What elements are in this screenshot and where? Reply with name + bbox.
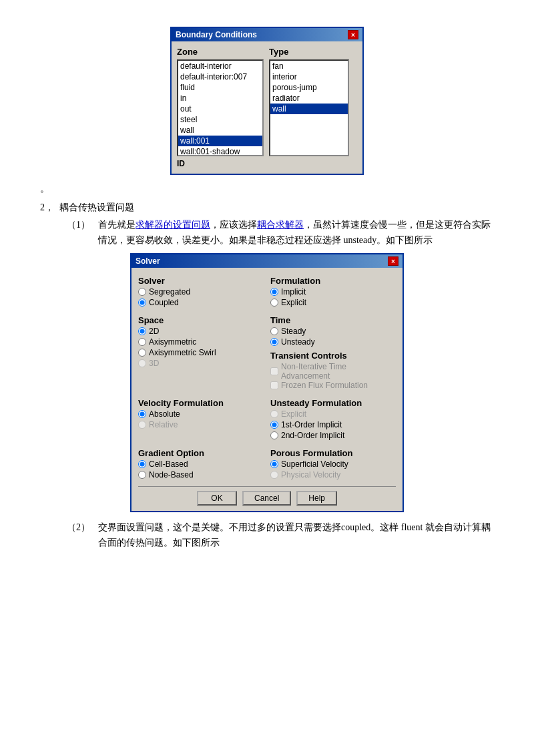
solver-title: Solver [136, 256, 160, 266]
transient-label: Transient Controls [270, 351, 396, 361]
space-axisymmetric-swirl[interactable]: Axisymmetric Swirl [138, 348, 264, 357]
solver-segregated[interactable]: Segregated [138, 287, 264, 297]
unsteady-explicit: Explicit [270, 409, 396, 419]
porous-physical-label: Physical Velocity [281, 470, 340, 480]
formulation-explicit-label: Explicit [281, 298, 306, 307]
porous-physical: Physical Velocity [270, 470, 396, 480]
time-unsteady[interactable]: Unsteady [270, 337, 396, 347]
transient-option1-label: Non-Iterative Time Advancement [281, 362, 396, 381]
sub1-text-mid: ，应该选择 [210, 220, 257, 230]
unsteady-radio-group: Explicit 1st-Order Implicit 2nd-Order Im… [270, 409, 396, 440]
space-3d: 3D [138, 359, 264, 368]
transient-option1: Non-Iterative Time Advancement [270, 362, 396, 381]
sub-section-text: 首先就是求解器的设置问题，应该选择耦合求解器，虽然计算速度会慢一些，但是这更符合… [98, 218, 494, 248]
gradient-radio-group: Cell-Based Node-Based [138, 459, 264, 480]
gradient-node-based-label: Node-Based [149, 470, 194, 480]
list-item[interactable]: radiator [270, 93, 348, 104]
velocity-absolute-label: Absolute [149, 409, 180, 419]
list-item[interactable]: wall [178, 125, 262, 136]
dot-text: 。 [40, 183, 494, 195]
formulation-implicit-label: Implicit [281, 287, 306, 297]
transient-option2: Frozen Flux Formulation [270, 381, 396, 390]
list-item[interactable]: fluid [178, 82, 262, 93]
solver-ok-button[interactable]: OK [197, 491, 237, 506]
list-item[interactable]: wall:001 [178, 136, 262, 146]
solver-radio-group: Segregated Coupled [138, 287, 264, 307]
solver-close-button[interactable]: × [388, 256, 398, 266]
space-axisymmetric-label: Axisymmetric [149, 337, 196, 347]
time-unsteady-label: Unsteady [281, 337, 315, 347]
time-steady-label: Steady [281, 327, 306, 336]
gradient-label: Gradient Option [138, 448, 264, 458]
bc-zone-listbox[interactable]: default-interior default-interior:007 fl… [177, 59, 264, 156]
bc-id-label: ID [177, 159, 357, 168]
list-item[interactable]: fan [270, 61, 348, 71]
sub1-text-before: 首先就是 [98, 220, 136, 230]
time-label: Time [270, 315, 396, 325]
formulation-radio-group: Implicit Explicit [270, 287, 396, 307]
solver-cancel-button[interactable]: Cancel [242, 491, 291, 506]
unsteady-explicit-label: Explicit [281, 409, 306, 419]
bc-type-listbox[interactable]: fan interior porous-jump radiator wall [269, 59, 349, 156]
list-item[interactable]: default-interior [178, 61, 262, 71]
formulation-implicit[interactable]: Implicit [270, 287, 396, 297]
space-radio-group: 2D Axisymmetric Axisymmetric Swirl 3D [138, 327, 264, 368]
sub2-section-number: （2） [67, 520, 90, 550]
list-item[interactable]: default-interior:007 [178, 71, 262, 82]
solver-help-button[interactable]: Help [296, 491, 337, 506]
solver-dialog: Solver × Solver Segregated Coupled [130, 253, 404, 512]
list-item[interactable]: porous-jump [270, 82, 348, 93]
boundary-conditions-dialog: Boundary Conditions × Zone default-inter… [170, 27, 364, 175]
bc-close-button[interactable]: × [348, 30, 358, 39]
bc-type-label: Type [269, 47, 349, 57]
space-2d-label: 2D [149, 327, 159, 336]
porous-radio-group: Superficial Velocity Physical Velocity [270, 459, 396, 480]
list-item[interactable]: steel [178, 114, 262, 125]
porous-superficial[interactable]: Superficial Velocity [270, 459, 396, 469]
list-item[interactable]: out [178, 104, 262, 114]
unsteady-2nd-order-label: 2nd-Order Implicit [281, 431, 344, 440]
sub-section-number: （1） [67, 218, 90, 248]
list-item[interactable]: in [178, 93, 262, 104]
space-3d-label: 3D [149, 359, 159, 368]
section-number: 2， [40, 200, 54, 215]
solver-segregated-label: Segregated [149, 287, 190, 297]
unsteady-1st-order[interactable]: 1st-Order Implicit [270, 420, 396, 429]
bc-zone-label: Zone [177, 47, 264, 57]
bc-titlebar: Boundary Conditions × [172, 28, 362, 41]
list-item[interactable]: interior [270, 71, 348, 82]
gradient-cell-based[interactable]: Cell-Based [138, 459, 264, 469]
gradient-node-based[interactable]: Node-Based [138, 470, 264, 480]
gradient-cell-based-label: Cell-Based [149, 459, 188, 469]
formulation-label: Formulation [270, 276, 396, 286]
porous-label: Porous Formulation [270, 448, 396, 458]
space-axisymmetric[interactable]: Axisymmetric [138, 337, 264, 347]
list-item[interactable]: wall [270, 104, 348, 114]
unsteady-1st-order-label: 1st-Order Implicit [281, 420, 342, 429]
unsteady-label: Unsteady Formulation [270, 398, 396, 408]
velocity-absolute[interactable]: Absolute [138, 409, 264, 419]
space-2d[interactable]: 2D [138, 327, 264, 336]
sub2-section-text: 交界面设置问题，这个是关键。不用过多的设置只需要选择coupled。这样 flu… [98, 520, 494, 550]
solver-coupled[interactable]: Coupled [138, 298, 264, 307]
sub1-link2[interactable]: 耦合求解器 [257, 220, 304, 230]
time-radio-group: Steady Unsteady [270, 327, 396, 347]
solver-coupled-label: Coupled [149, 298, 179, 307]
solver-titlebar: Solver × [131, 254, 403, 268]
velocity-label: Velocity Formulation [138, 398, 264, 408]
velocity-radio-group: Absolute Relative [138, 409, 264, 429]
section-title: 耦合传热设置问题 [59, 200, 134, 215]
time-steady[interactable]: Steady [270, 327, 396, 336]
porous-superficial-label: Superficial Velocity [281, 459, 348, 469]
velocity-relative: Relative [138, 420, 264, 429]
sub1-link1[interactable]: 求解器的设置问题 [136, 220, 210, 230]
velocity-relative-label: Relative [149, 420, 178, 429]
formulation-explicit[interactable]: Explicit [270, 298, 396, 307]
list-item[interactable]: wall:001-shadow [178, 146, 262, 156]
space-axisymmetric-swirl-label: Axisymmetric Swirl [149, 348, 216, 357]
space-label: Space [138, 315, 264, 325]
unsteady-2nd-order[interactable]: 2nd-Order Implicit [270, 431, 396, 440]
bc-title: Boundary Conditions [176, 30, 257, 39]
solver-button-row: OK Cancel Help [138, 486, 396, 506]
transient-option2-label: Frozen Flux Formulation [281, 381, 368, 390]
